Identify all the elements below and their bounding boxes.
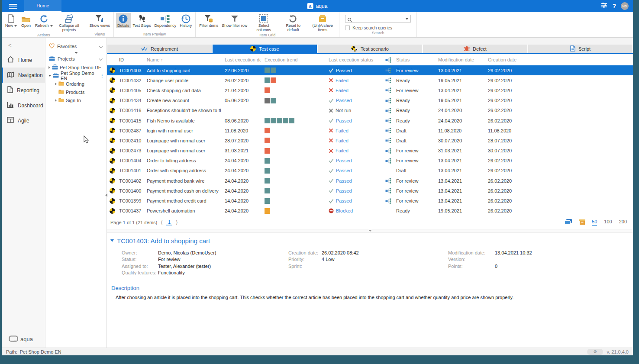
column-header-last-execution-status[interactable]: Last execution status bbox=[324, 57, 381, 62]
next-page-button[interactable]: ⟩ bbox=[176, 219, 178, 225]
page-size-50[interactable]: 50 bbox=[592, 219, 597, 226]
column-header-modification-date[interactable]: Modification date bbox=[438, 57, 488, 62]
page-number[interactable]: 1 bbox=[166, 219, 172, 225]
details-panel: TC001403: Add to shopping cart Owner:Dem… bbox=[107, 233, 633, 348]
field-value: Tester, Alexander (tester) bbox=[158, 264, 211, 269]
test-steps-button[interactable]: Test Steps bbox=[132, 13, 152, 28]
horizontal-splitter[interactable] bbox=[107, 229, 633, 233]
collapse-details-icon[interactable] bbox=[110, 239, 114, 242]
details-button[interactable]: Details bbox=[116, 13, 131, 28]
chevron-down-icon[interactable] bbox=[99, 57, 103, 61]
expand-arrow-icon[interactable] bbox=[48, 66, 50, 69]
reset-to-default-button[interactable]: Reset to default bbox=[279, 13, 307, 32]
copy-pages-icon[interactable] bbox=[564, 219, 573, 226]
tab-requirement[interactable]: Requirement bbox=[107, 45, 212, 53]
tab-test-case[interactable]: Test case bbox=[213, 45, 317, 53]
keep-search-queries-checkbox[interactable] bbox=[345, 26, 350, 30]
table-row[interactable]: TC002473Loginpage with normal user31.03.… bbox=[107, 146, 633, 156]
field-value: 26.02.2020 08:42 bbox=[322, 250, 359, 255]
projects-header[interactable]: Projects bbox=[45, 55, 106, 63]
table-row[interactable]: TC001434Create new account05.06.2020Pass… bbox=[107, 96, 633, 106]
dependency-button[interactable]: Dependency bbox=[153, 13, 178, 28]
column-header-creation-date[interactable]: Creation date bbox=[488, 57, 538, 62]
archive-small-icon[interactable] bbox=[579, 219, 586, 226]
column-header-last-execution-date[interactable]: Last execution da... bbox=[221, 57, 261, 62]
help-icon[interactable]: ? bbox=[612, 3, 616, 10]
page-size-200[interactable]: 200 bbox=[619, 219, 627, 226]
panel-resize-handle[interactable] bbox=[45, 51, 106, 55]
collapse-sidebar-button[interactable]: < bbox=[2, 38, 45, 52]
filter-items-button[interactable]: Filter items bbox=[198, 13, 219, 28]
column-header-status[interactable]: Status bbox=[396, 57, 438, 62]
execution-trend bbox=[261, 68, 324, 73]
settings-gear-icon[interactable]: ⚙ bbox=[587, 349, 603, 355]
sidebar-item-navigation[interactable]: Navigation bbox=[2, 68, 45, 83]
table-row[interactable]: TC002487login with normal user11.08.2020… bbox=[107, 126, 633, 135]
sidebar-item-home[interactable]: Home bbox=[2, 52, 45, 68]
last-execution-status: Blocked bbox=[324, 208, 381, 213]
last-execution-status: Failed bbox=[324, 78, 381, 83]
table-row[interactable]: TC001416Exceptions shouldn't be shown to… bbox=[107, 106, 633, 116]
table-row[interactable]: TC001415Fish Nemo is available08.06.2020… bbox=[107, 116, 633, 126]
table-row[interactable]: TC001405Check shopping cart data21.04.20… bbox=[107, 85, 633, 95]
tab-defect[interactable]: Defect bbox=[423, 45, 527, 53]
left-navigation: < HomeNavigationReportingDashboardAgile … bbox=[2, 38, 45, 348]
sidebar-item-dashboard[interactable]: Dashboard bbox=[2, 98, 45, 113]
sliders-icon[interactable] bbox=[601, 2, 607, 10]
table-row[interactable]: TC001403Add to shopping cart22.06.2020Pa… bbox=[107, 65, 633, 75]
table-row[interactable]: TC001437Powershell automation24.04.2020B… bbox=[107, 206, 633, 216]
sidebar-item-agile[interactable]: Agile bbox=[2, 113, 45, 128]
open-button[interactable]: Open bbox=[19, 13, 33, 28]
table-row[interactable]: TC001402Payment method bank wire24.04.20… bbox=[107, 176, 633, 186]
show-views-button[interactable]: Show views bbox=[88, 13, 112, 28]
node-menu-icon[interactable]: ⋮ bbox=[100, 73, 106, 78]
table-row[interactable]: TC002410Loginpage with normal user28.07.… bbox=[107, 135, 633, 145]
history-button[interactable]: History bbox=[178, 13, 193, 28]
prev-page-button[interactable]: ⟨ bbox=[161, 219, 163, 225]
hamburger-menu-icon[interactable] bbox=[2, 0, 24, 12]
tree-node-pet-shop-demo-en[interactable]: Pet Shop Demo EN⋮ bbox=[45, 71, 106, 80]
expand-arrow-icon[interactable] bbox=[55, 83, 57, 85]
search-input[interactable] bbox=[345, 15, 422, 23]
execution-trend bbox=[261, 77, 324, 83]
table-row[interactable]: TC001404Order to billing address24.04.20… bbox=[107, 156, 633, 166]
expand-arrow-icon[interactable] bbox=[55, 99, 57, 102]
row-id: TC001399 bbox=[117, 198, 144, 203]
tab-test-scenario[interactable]: Test scenario bbox=[318, 45, 422, 53]
new-button[interactable]: New bbox=[4, 13, 18, 28]
page-size-100[interactable]: 100 bbox=[604, 219, 612, 226]
field-value: For review bbox=[158, 257, 180, 262]
ribbon-tab-home[interactable]: Home bbox=[24, 0, 61, 12]
tree-node-sign-in[interactable]: Sign-In bbox=[45, 96, 106, 104]
row-creation-date: 26.02.2020 bbox=[488, 168, 538, 173]
user-avatar[interactable]: ND bbox=[621, 2, 629, 10]
collapse-tree-panel-arrow[interactable] bbox=[105, 193, 107, 197]
column-header-name[interactable]: Name↑ bbox=[144, 57, 221, 62]
table-row[interactable]: TC001400Payment method cash on delivery2… bbox=[107, 186, 633, 196]
tree-node-products[interactable]: Products bbox=[45, 88, 106, 96]
path-value: Pet Shop Demo EN bbox=[20, 349, 61, 354]
collapse-all-projects-button[interactable]: Collapse all projects bbox=[55, 13, 84, 32]
column-header-id[interactable]: ID bbox=[117, 57, 144, 62]
select-columns-button[interactable]: Select columns bbox=[249, 13, 278, 32]
favorites-header[interactable]: Favorites bbox=[45, 42, 106, 51]
table-row[interactable]: TC001399Payment method credit card14.04.… bbox=[107, 196, 633, 206]
column-header-execution-trend[interactable]: Execution trend bbox=[261, 57, 324, 62]
tree-node-label: Pet Shop Demo DE bbox=[60, 65, 101, 70]
status-bar: Path: Pet Shop Demo EN ⚙ v. 21.0.4.0 bbox=[2, 348, 633, 355]
refresh-button[interactable]: Refresh bbox=[34, 13, 54, 28]
tree-node-ordering[interactable]: Ordering bbox=[45, 80, 106, 88]
table-row[interactable]: TC001401Order with shipping address24.04… bbox=[107, 166, 633, 176]
collapse-arrow-icon[interactable] bbox=[48, 75, 51, 77]
sidebar-item-reporting[interactable]: Reporting bbox=[2, 83, 45, 98]
tab-script[interactable]: Script bbox=[528, 45, 633, 53]
details-title[interactable]: TC001403: Add to shopping cart bbox=[110, 237, 633, 245]
show-filter-row-button[interactable]: Show filter row bbox=[220, 13, 248, 28]
chevron-down-icon[interactable] bbox=[99, 45, 103, 48]
unarchive-items-button[interactable]: (Un)Archive items bbox=[308, 13, 337, 32]
app-logo-icon: a bbox=[307, 3, 313, 9]
search-dropdown-caret-icon[interactable] bbox=[406, 18, 408, 20]
open-folder-icon bbox=[21, 14, 31, 23]
table-row[interactable]: TC001432Change user profile26.02.2020Fai… bbox=[107, 75, 633, 85]
column-header-dependency-icon[interactable] bbox=[381, 57, 396, 63]
